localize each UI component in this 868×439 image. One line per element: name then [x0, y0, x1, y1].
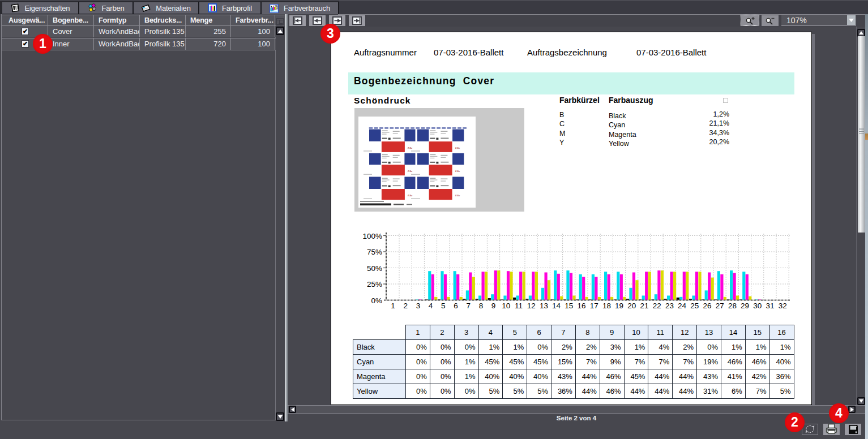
svg-text:9: 9 — [491, 302, 496, 310]
svg-text:0.Sc: 0.Sc — [408, 147, 413, 149]
svg-text:10: 10 — [502, 302, 510, 310]
svg-text:16: 16 — [577, 302, 585, 310]
svg-text:31: 31 — [766, 302, 774, 310]
svg-text:20: 20 — [627, 302, 636, 310]
svg-text:19: 19 — [615, 302, 623, 310]
svg-text:0.Sc: 0.Sc — [408, 194, 413, 197]
svg-text:8: 8 — [479, 302, 484, 310]
svg-text:0.Sc: 0.Sc — [455, 147, 460, 149]
svg-text:7: 7 — [466, 302, 471, 310]
svg-text:13: 13 — [540, 302, 548, 310]
svg-text:25%: 25% — [367, 280, 382, 289]
svg-text:3: 3 — [416, 302, 421, 310]
svg-text:50%: 50% — [367, 264, 382, 273]
svg-text:22: 22 — [653, 302, 661, 310]
svg-text:28: 28 — [728, 302, 737, 310]
svg-text:1: 1 — [391, 302, 395, 310]
svg-text:11: 11 — [515, 302, 523, 310]
svg-text:6: 6 — [454, 302, 458, 310]
svg-text:17: 17 — [590, 302, 598, 310]
svg-text:18: 18 — [602, 302, 611, 310]
svg-text:27: 27 — [716, 302, 724, 310]
svg-text:100%: 100% — [362, 232, 382, 240]
svg-text:23: 23 — [665, 302, 674, 310]
svg-text:75%: 75% — [367, 248, 382, 256]
svg-text:21: 21 — [640, 302, 648, 310]
svg-text:5: 5 — [441, 302, 446, 310]
svg-text:2: 2 — [403, 302, 408, 310]
svg-text:26: 26 — [703, 302, 711, 310]
svg-text:0%: 0% — [371, 296, 382, 305]
svg-text:0.Sc: 0.Sc — [408, 170, 413, 173]
svg-text:15: 15 — [565, 302, 573, 310]
svg-text:14: 14 — [552, 302, 561, 310]
svg-text:29: 29 — [741, 302, 749, 310]
svg-text:0.Sc: 0.Sc — [455, 194, 460, 197]
svg-text:0.Sc: 0.Sc — [455, 170, 460, 173]
svg-text:25: 25 — [690, 302, 699, 310]
svg-text:30: 30 — [753, 302, 762, 310]
svg-text:24: 24 — [678, 302, 687, 310]
svg-text:4: 4 — [429, 302, 433, 310]
svg-text:12: 12 — [527, 302, 536, 310]
svg-text:32: 32 — [779, 302, 787, 310]
